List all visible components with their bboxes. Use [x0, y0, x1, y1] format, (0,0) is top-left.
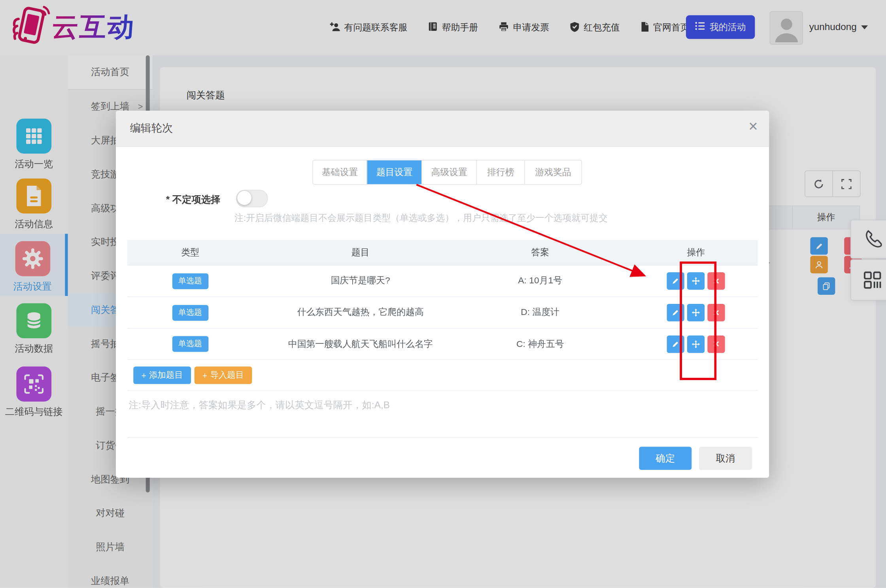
answer-text: C: 神舟五号 [468, 338, 613, 350]
modal-title: 编辑轮次 [130, 121, 173, 136]
cancel-button[interactable]: 取消 [699, 447, 752, 470]
pencil-icon [671, 277, 680, 285]
question-type-badge: 单选题 [172, 273, 208, 289]
toggle-knob [237, 191, 251, 205]
pencil-icon [671, 340, 680, 348]
close-icon[interactable]: × [748, 117, 758, 136]
answer-text: A: 10月1号 [468, 275, 613, 287]
move-icon [691, 339, 701, 349]
question-row: 单选题 什么东西天气越热，它爬的越高 D: 温度计 × [127, 297, 758, 329]
move-icon [691, 276, 701, 286]
move-question-button[interactable] [687, 335, 705, 352]
x-icon: × [713, 276, 719, 286]
delete-question-button[interactable]: × [708, 272, 725, 290]
indeterminate-choice-toggle[interactable] [236, 190, 268, 207]
move-icon [691, 308, 701, 317]
question-text: 中国第一艘载人航天飞船叫什么名字 [253, 338, 468, 350]
tab-question-settings[interactable]: 题目设置 [367, 160, 422, 184]
delete-question-button[interactable]: × [708, 335, 725, 352]
x-icon: × [713, 307, 719, 318]
answer-text: D: 温度计 [468, 307, 613, 318]
tab-game-prizes[interactable]: 游戏奖品 [524, 160, 581, 184]
footer-divider [127, 437, 758, 437]
add-question-row: + 添加题目 + 导入题目 [127, 360, 758, 391]
app-root: 云互动 有问题联系客服 帮助手册 申请发票 [0, 0, 886, 588]
edit-question-button[interactable] [667, 304, 684, 321]
delete-question-button[interactable]: × [708, 304, 725, 321]
import-question-button[interactable]: + 导入题目 [195, 366, 252, 384]
tab-advanced-settings[interactable]: 高级设置 [421, 160, 476, 184]
edit-question-button[interactable] [667, 272, 684, 290]
modal-tabs: 基础设置 题目设置 高级设置 排行榜 游戏奖品 [312, 160, 582, 185]
move-question-button[interactable] [687, 304, 705, 321]
plus-icon: + [141, 370, 146, 380]
required-mark: * [166, 194, 170, 205]
question-text: 什么东西天气越热，它爬的越高 [253, 307, 468, 318]
question-type-badge: 单选题 [172, 336, 208, 352]
plus-icon: + [202, 370, 208, 380]
edit-question-button[interactable] [667, 335, 684, 352]
question-type-badge: 单选题 [172, 305, 208, 320]
question-text: 国庆节是哪天? [253, 275, 468, 287]
tab-basic-settings[interactable]: 基础设置 [313, 160, 367, 184]
add-question-button[interactable]: + 添加题目 [133, 366, 191, 384]
tab-leaderboard[interactable]: 排行榜 [476, 160, 524, 184]
modal-header: 编辑轮次 × [116, 111, 769, 147]
toggle-note: 注:开启后微信端题目不会展示题目类型（单选或多选），用户只需选了至少一个选项就可… [234, 212, 608, 224]
toggle-label: * 不定项选择 [151, 193, 221, 206]
col-header-ops: 操作 [613, 247, 758, 258]
import-note: 注:导入时注意，答案如果是多个，请以英文逗号隔开，如:A,B [129, 399, 390, 412]
confirm-button[interactable]: 确定 [639, 447, 691, 470]
col-header-type: 类型 [127, 247, 253, 258]
question-row: 单选题 国庆节是哪天? A: 10月1号 × [127, 266, 758, 297]
col-header-question: 题目 [253, 247, 468, 258]
question-row: 单选题 中国第一艘载人航天飞船叫什么名字 C: 神舟五号 × [127, 329, 758, 360]
col-header-answer: 答案 [468, 247, 613, 258]
x-icon: × [713, 339, 719, 349]
edit-round-modal: 编辑轮次 × 基础设置 题目设置 高级设置 排行榜 游戏奖品 * 不定项选择 注… [116, 111, 769, 478]
question-table: 类型 题目 答案 操作 单选题 国庆节是哪天? A: 10月1号 × 单选题 什… [127, 240, 758, 391]
move-question-button[interactable] [687, 272, 705, 290]
question-table-header: 类型 题目 答案 操作 [127, 240, 758, 265]
pencil-icon [671, 308, 680, 317]
